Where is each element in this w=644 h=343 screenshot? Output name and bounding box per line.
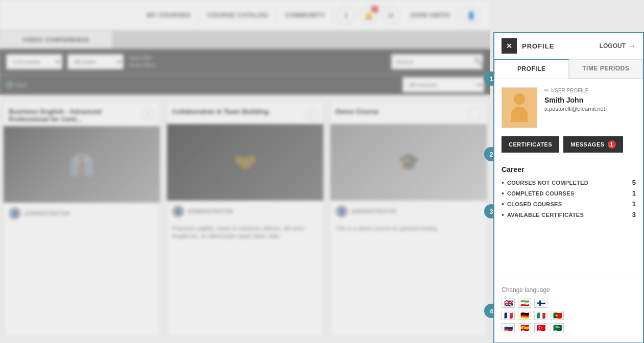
career-row-not-completed[interactable]: • COURSES NOT COMPLETED 5	[502, 179, 636, 186]
user-name: Smith John	[544, 96, 636, 104]
career-label-not-completed: COURSES NOT COMPLETED	[507, 180, 628, 186]
avatar-head	[514, 93, 525, 105]
user-info-section: ✏ USER PROFILE Smith John a.pastorelli@e…	[494, 79, 643, 136]
bullet-completed: •	[502, 190, 504, 197]
messages-label: MESSAGES	[570, 141, 604, 148]
career-title: Career	[502, 165, 636, 174]
flag-de[interactable]: 🇩🇪	[518, 311, 531, 320]
panel-title: PROFILE	[522, 42, 594, 50]
messages-button[interactable]: MESSAGES 1	[563, 136, 623, 153]
user-email: a.pastorelli@elearnit.net	[544, 106, 636, 112]
career-count-certificates: 3	[632, 211, 636, 218]
lang-title: Change language	[502, 286, 636, 293]
flag-ar[interactable]: 🇸🇦	[551, 323, 564, 332]
flags-row-1: 🇬🇧 🇮🇷 🇫🇮	[502, 299, 636, 308]
blur-overlay	[0, 0, 490, 343]
profile-panel: ✕ PROFILE LOGOUT → PROFILE TIME PERIODS …	[493, 32, 644, 343]
flag-pt[interactable]: 🇵🇹	[551, 311, 564, 320]
career-section: Career • COURSES NOT COMPLETED 5 • COMPL…	[494, 160, 643, 227]
flag-fi[interactable]: 🇫🇮	[534, 299, 547, 308]
flags-row-2: 🇫🇷 🇩🇪 🇮🇹 🇵🇹	[502, 311, 636, 320]
flag-es[interactable]: 🇪🇸	[518, 323, 531, 332]
career-count-not-completed: 5	[632, 179, 636, 186]
user-avatar	[502, 87, 537, 128]
bullet-closed: •	[502, 201, 504, 208]
career-label-closed: CLOSED COURSES	[507, 201, 628, 207]
pencil-icon: ✏	[544, 87, 549, 94]
panel-close-button[interactable]: ✕	[502, 38, 517, 54]
career-count-closed: 1	[632, 200, 636, 208]
career-count-completed: 1	[632, 189, 636, 197]
career-row-certificates[interactable]: • AVAILABLE CERTIFICATES 3	[502, 211, 636, 218]
user-profile-label: ✏ USER PROFILE	[544, 87, 636, 94]
flag-tr[interactable]: 🇹🇷	[534, 323, 547, 332]
flag-fa[interactable]: 🇮🇷	[518, 299, 531, 308]
flag-en[interactable]: 🇬🇧	[502, 299, 515, 308]
career-label-certificates: AVAILABLE CERTIFICATES	[507, 212, 628, 218]
language-section: Change language 🇬🇧 🇮🇷 🇫🇮 🇫🇷 🇩🇪 🇮🇹 🇵🇹 🇷🇺 …	[494, 279, 643, 342]
certificates-button[interactable]: CERTIFICATES	[502, 136, 559, 153]
career-row-completed[interactable]: • COMPLETED COURSES 1	[502, 189, 636, 197]
messages-badge: 1	[608, 140, 616, 149]
flag-ru[interactable]: 🇷🇺	[502, 323, 515, 332]
flag-it[interactable]: 🇮🇹	[534, 311, 547, 320]
logout-label: LOGOUT	[600, 42, 626, 50]
bullet-certificates: •	[502, 211, 504, 218]
flag-fr[interactable]: 🇫🇷	[502, 311, 515, 320]
career-label-completed: COMPLETED COURSES	[507, 190, 628, 197]
panel-tabs: PROFILE TIME PERIODS	[494, 59, 643, 79]
tab-profile[interactable]: PROFILE	[494, 59, 569, 79]
panel-header: ✕ PROFILE LOGOUT →	[494, 33, 643, 59]
bullet-not-completed: •	[502, 179, 504, 186]
career-row-closed[interactable]: • CLOSED COURSES 1	[502, 200, 636, 208]
panel-logout-button[interactable]: LOGOUT →	[600, 41, 636, 51]
action-buttons: CERTIFICATES MESSAGES 1	[494, 136, 643, 160]
tab-time-periods[interactable]: TIME PERIODS	[569, 59, 643, 79]
avatar-figure	[509, 93, 530, 122]
flags-row-3: 🇷🇺 🇪🇸 🇹🇷 🇸🇦	[502, 323, 636, 332]
user-details: ✏ USER PROFILE Smith John a.pastorelli@e…	[544, 87, 636, 112]
avatar-body	[511, 107, 528, 122]
logout-arrow-icon: →	[628, 41, 636, 51]
